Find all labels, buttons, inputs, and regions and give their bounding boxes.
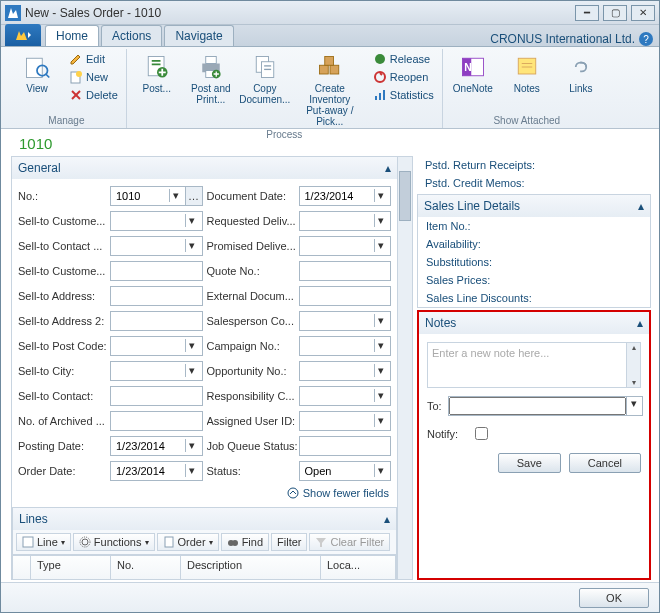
field-input[interactable] [299,436,392,456]
column-type[interactable]: Type [31,556,111,579]
notes-button[interactable]: Notes [503,51,551,96]
cancel-button[interactable]: Cancel [569,453,641,473]
new-button[interactable]: New [67,69,120,85]
field-input[interactable]: ▾ [299,211,392,231]
lines-functions-button[interactable]: Functions▾ [73,533,155,551]
vertical-scrollbar[interactable] [397,157,412,579]
field-input[interactable]: ▾ [110,361,203,381]
field-input[interactable] [299,261,392,281]
dropdown-icon[interactable]: ▾ [374,339,387,352]
note-notify-checkbox[interactable] [475,427,488,440]
field-input[interactable] [110,261,203,281]
dropdown-icon[interactable]: ▾ [185,239,198,252]
posted-return-receipts[interactable]: Pstd. Return Receipts: [417,156,651,174]
field-input[interactable] [110,411,203,431]
lines-panel-header[interactable]: Lines▴ [13,508,396,530]
dropdown-icon[interactable]: ▾ [374,414,387,427]
reopen-button[interactable]: Reopen [371,69,436,85]
dropdown-icon[interactable]: ▾ [185,439,198,452]
release-button[interactable]: Release [371,51,436,67]
notes-panel-header[interactable]: Notes▴ [419,312,649,334]
field-input[interactable]: ▾ [110,211,203,231]
dropdown-icon[interactable]: ▾ [374,239,387,252]
dropdown-icon[interactable]: ▾ [169,189,182,202]
field-input[interactable]: ▾ [299,411,392,431]
app-icon [5,5,21,21]
lines-order-button[interactable]: Order▾ [157,533,219,551]
lines-line-button[interactable]: Line▾ [16,533,71,551]
substitutions[interactable]: Substitutions: [418,253,650,271]
posted-credit-memos[interactable]: Pstd. Credit Memos: [417,174,651,192]
dropdown-icon[interactable]: ▾ [374,314,387,327]
column-no[interactable]: No. [111,556,181,579]
dropdown-icon[interactable]: ▾ [374,214,387,227]
view-button[interactable]: View [13,51,61,96]
close-button[interactable]: ✕ [631,5,655,21]
note-text-input[interactable]: Enter a new note here... ▴▾ [427,342,641,388]
tab-actions[interactable]: Actions [101,25,162,46]
field-input[interactable]: ▾ [110,336,203,356]
field-input[interactable]: ▾ [299,311,392,331]
field-input[interactable]: ▾ [110,186,186,206]
dropdown-icon[interactable]: ▾ [185,339,198,352]
field-input[interactable]: ▾ [299,236,392,256]
availability[interactable]: Availability: [418,235,650,253]
dropdown-icon[interactable]: ▾ [185,214,198,227]
dropdown-icon[interactable]: ▾ [374,189,387,202]
column-description[interactable]: Description [181,556,321,579]
edit-button[interactable]: Edit [67,51,120,67]
field-input[interactable]: ▾ [299,336,392,356]
onenote-button[interactable]: NOneNote [449,51,497,96]
note-scrollbar[interactable]: ▴▾ [626,343,640,387]
field-label: No.: [18,190,110,202]
delete-button[interactable]: Delete [67,87,120,103]
create-inventory-button[interactable]: Create Inventory Put-away / Pick... [295,51,365,129]
sales-line-details-header[interactable]: Sales Line Details▴ [418,195,650,217]
tab-navigate[interactable]: Navigate [164,25,233,46]
sales-prices[interactable]: Sales Prices: [418,271,650,289]
field-input[interactable] [110,311,203,331]
field-input[interactable]: ▾ [110,236,203,256]
field-input[interactable]: ▾ [110,461,203,481]
item-no[interactable]: Item No.: [418,217,650,235]
svg-rect-19 [264,69,271,70]
links-button[interactable]: Links [557,51,605,96]
field-input[interactable] [110,386,203,406]
field-input[interactable] [299,286,392,306]
lines-grid[interactable]: Type No. Description Loca... [13,555,396,579]
app-menu-button[interactable] [5,24,41,46]
lookup-button[interactable]: … [185,186,203,206]
dropdown-icon[interactable]: ▾ [185,364,198,377]
svg-text:N: N [464,61,472,73]
ok-button[interactable]: OK [579,588,649,608]
statistics-button[interactable]: Statistics [371,87,436,103]
svg-point-23 [375,54,385,64]
lines-clear-filter-button[interactable]: Clear Filter [309,533,390,551]
post-button[interactable]: Post... [133,51,181,96]
field-input[interactable]: ▾ [299,386,392,406]
post-print-button[interactable]: Post and Print... [187,51,235,107]
lines-filter-button[interactable]: Filter [271,533,307,551]
dropdown-icon[interactable]: ▾ [374,364,387,377]
dropdown-icon[interactable]: ▾ [185,464,198,477]
field-input[interactable]: ▾ [299,361,392,381]
field-input[interactable]: ▾ [299,186,392,206]
column-location[interactable]: Loca... [321,556,396,579]
copy-document-button[interactable]: Copy Documen... [241,51,289,107]
minimize-button[interactable]: ━ [575,5,599,21]
field-input[interactable]: ▾ [299,461,392,481]
dropdown-icon[interactable]: ▾ [374,389,387,402]
help-icon[interactable]: ? [639,32,653,46]
tab-home[interactable]: Home [45,25,99,46]
field-input[interactable]: ▾ [110,436,203,456]
maximize-button[interactable]: ▢ [603,5,627,21]
dropdown-icon[interactable]: ▾ [374,464,387,477]
field-input[interactable] [110,286,203,306]
field-label: Sell-to Custome... [18,265,110,277]
general-panel-header[interactable]: General▴ [12,157,397,179]
sales-line-discounts[interactable]: Sales Line Discounts: [418,289,650,307]
lines-find-button[interactable]: Find [221,533,269,551]
show-fewer-fields-link[interactable]: Show fewer fields [12,483,397,503]
save-button[interactable]: Save [498,453,561,473]
note-to-input[interactable]: ▾ [448,396,643,416]
